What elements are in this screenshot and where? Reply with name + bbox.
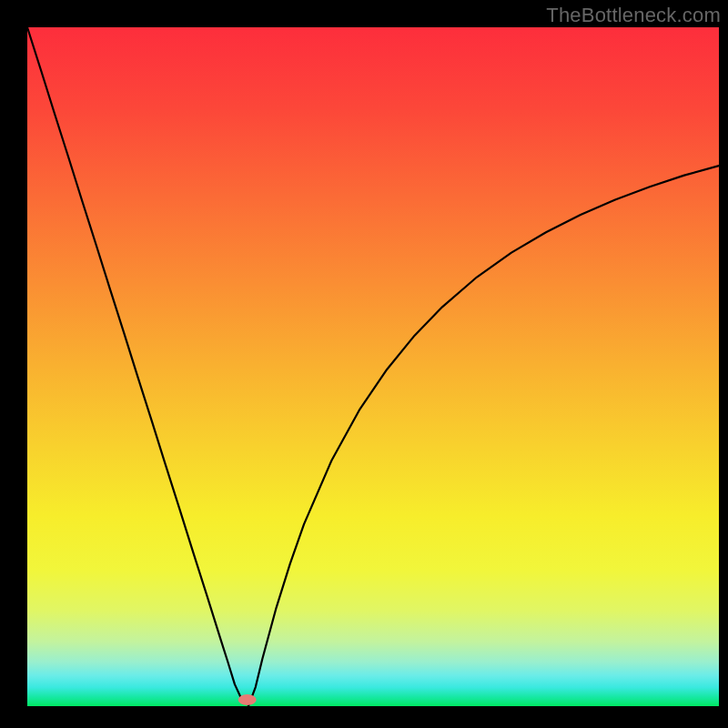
plot-area: [27, 27, 719, 706]
optimal-marker: [238, 694, 257, 705]
bottleneck-chart: [0, 0, 728, 728]
attribution-text: TheBottleneck.com: [546, 4, 721, 27]
chart-frame: TheBottleneck.com: [0, 0, 728, 728]
